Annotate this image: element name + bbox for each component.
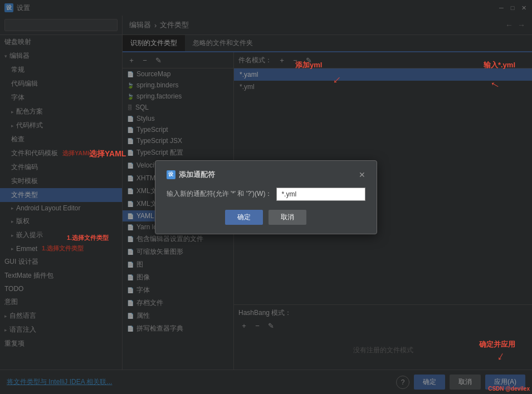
modal-confirm-button[interactable]: 确定 <box>225 210 263 225</box>
wildcard-dialog: 设 添加通配符 ✕ 输入新的通配符(允许 '*' 和 '?')(W)： 确定 取… <box>155 160 378 234</box>
modal-title-bar: 设 添加通配符 ✕ <box>167 170 366 180</box>
modal-field-label: 输入新的通配符(允许 '*' 和 '?')(W)： <box>167 189 272 199</box>
modal-icon: 设 <box>167 170 175 179</box>
modal-title: 设 添加通配符 <box>167 170 215 180</box>
modal-body: 输入新的通配符(允许 '*' 和 '?')(W)： <box>167 188 366 201</box>
modal-overlay: 设 添加通配符 ✕ 输入新的通配符(允许 '*' 和 '?')(W)： 确定 取… <box>0 0 532 394</box>
modal-footer: 确定 取消 <box>167 210 366 225</box>
modal-cancel-button[interactable]: 取消 <box>269 210 306 225</box>
modal-close-button[interactable]: ✕ <box>359 170 365 179</box>
watermark: CSDN @devilex <box>488 386 530 392</box>
wildcard-input[interactable] <box>276 188 365 201</box>
